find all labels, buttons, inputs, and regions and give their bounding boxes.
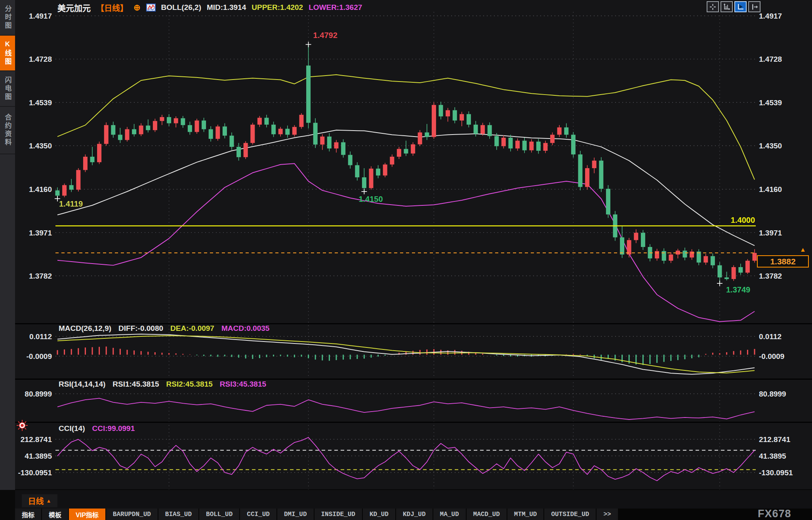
macd-value: MACD:0.0035 [221, 324, 269, 333]
boll-label: BOLL(26,2) [161, 3, 201, 12]
boll-bands [57, 75, 755, 322]
svg-text:-0.0009: -0.0009 [759, 352, 784, 361]
sidebar-tab-0[interactable]: 分时图 [0, 0, 15, 36]
svg-text:0.0112: 0.0112 [759, 332, 782, 341]
cci-title: CCI(14) [59, 424, 85, 433]
bottom-tab-6[interactable]: CCI_UD [240, 509, 276, 520]
mini-chart-icon[interactable] [146, 4, 156, 11]
bottom-tab-13[interactable]: MTM_UD [507, 509, 544, 520]
svg-text:80.8999: 80.8999 [25, 390, 52, 398]
chart-header: 美元加元 【日线】 ⊕ BOLL(26,2) MID:1.3914 UPPER:… [57, 2, 362, 13]
svg-text:212.8741: 212.8741 [759, 435, 791, 444]
add-overlay-icon[interactable]: ⊕ [133, 3, 141, 12]
bottom-tab-8[interactable]: INSIDE_UD [315, 509, 362, 520]
svg-text:1.4917: 1.4917 [759, 12, 782, 20]
bottom-tab-3[interactable]: BARUPDN_UD [106, 509, 158, 520]
price-up-arrow-icon: ▲ [800, 246, 806, 253]
rsi2-value: RSI2:45.3815 [166, 380, 213, 389]
svg-text:0.0112: 0.0112 [29, 332, 52, 341]
svg-text:41.3895: 41.3895 [25, 452, 52, 460]
macd-title: MACD(26,12,9) [59, 324, 111, 333]
svg-text:-130.0951: -130.0951 [759, 469, 793, 477]
period-dropdown-icon: ▲ [46, 498, 51, 504]
svg-text:-0.0009: -0.0009 [27, 352, 52, 361]
svg-text:41.3895: 41.3895 [759, 452, 786, 460]
svg-text:1.3749: 1.3749 [726, 285, 750, 294]
sidebar-tab-2[interactable]: 闪电图 [0, 71, 15, 107]
bottom-tab-4[interactable]: BIAS_UD [158, 509, 198, 520]
bottom-tab-5[interactable]: BOLL_UD [199, 509, 239, 520]
current-price-tag: 1.3882 [757, 255, 809, 268]
bottom-tab-11[interactable]: MA_UD [433, 509, 466, 520]
axis-scale-icon[interactable] [721, 1, 733, 12]
svg-text:1.4160: 1.4160 [29, 185, 52, 194]
boll-mid-value: MID:1.3914 [207, 3, 246, 12]
alert-sun-icon[interactable] [16, 419, 29, 433]
chart-type-sidebar: 分时图K线图闪电图合约资料 [0, 0, 15, 490]
candles [55, 44, 757, 283]
svg-text:1.4350: 1.4350 [759, 142, 782, 150]
bottom-tab-0[interactable]: 指标 [15, 509, 41, 520]
chart-canvas[interactable]: 1.49171.49171.47281.47281.45391.45391.43… [0, 0, 812, 520]
macd-dea-value: DEA:-0.0097 [170, 324, 214, 333]
watermark: FX678 [758, 508, 791, 520]
bottom-tab-14[interactable]: OUTSIDE_UD [544, 509, 596, 520]
macd-header: MACD(26,12,9) DIFF:-0.0080 DEA:-0.0097 M… [59, 324, 269, 333]
boll-lower-value: LOWER:1.3627 [309, 3, 362, 12]
period-tag[interactable]: 【日线】 [96, 2, 128, 13]
current-price-value: 1.3882 [770, 257, 795, 266]
chart-toolbar [707, 1, 761, 12]
macd-diff-value: DIFF:-0.0080 [118, 324, 163, 333]
svg-text:1.4539: 1.4539 [29, 99, 52, 107]
svg-text:1.3782: 1.3782 [759, 272, 782, 280]
svg-text:1.4728: 1.4728 [29, 55, 52, 63]
chart-application: 1.49171.49171.47281.47281.45391.45391.43… [0, 0, 812, 520]
svg-text:1.4000: 1.4000 [731, 216, 755, 224]
boll-upper-value: UPPER:1.4202 [252, 3, 303, 12]
rsi-header: RSI(14,14,14) RSI1:45.3815 RSI2:45.3815 … [59, 380, 266, 389]
date-axis-strip [15, 490, 812, 509]
sidebar-bottom-spacer [0, 490, 15, 520]
svg-text:1.4150: 1.4150 [358, 195, 383, 203]
bottom-tab-15[interactable]: >> [597, 509, 618, 520]
pan-crosshair-icon[interactable] [707, 1, 719, 12]
svg-text:1.4160: 1.4160 [759, 185, 782, 194]
bottom-tab-9[interactable]: KD_UD [363, 509, 395, 520]
svg-text:1.3971: 1.3971 [29, 229, 52, 237]
right-axis-shift-icon[interactable] [748, 1, 761, 12]
period-label: 日线 [28, 495, 44, 507]
rsi3-value: RSI3:45.3815 [220, 380, 266, 389]
svg-text:1.4119: 1.4119 [59, 199, 83, 208]
svg-text:212.8741: 212.8741 [21, 435, 52, 444]
bottom-tab-7[interactable]: DMI_UD [277, 509, 314, 520]
period-selector[interactable]: 日线 ▲ [22, 494, 57, 507]
svg-text:1.4917: 1.4917 [29, 12, 52, 20]
symbol-title: 美元加元 [57, 2, 91, 13]
macd-panel [57, 334, 755, 374]
cci-value: CCI:99.0991 [92, 424, 135, 433]
sidebar-tab-1[interactable]: K线图 [0, 36, 15, 71]
rsi-line [57, 398, 755, 419]
bottom-tab-1[interactable]: 模板 [42, 509, 68, 520]
svg-text:80.8999: 80.8999 [759, 390, 786, 398]
cci-header: CCI(14) CCI:99.0991 [59, 424, 135, 433]
rsi1-value: RSI1:45.3815 [112, 380, 159, 389]
svg-text:1.3971: 1.3971 [759, 229, 782, 237]
svg-text:1.4539: 1.4539 [759, 99, 782, 107]
svg-text:1.4350: 1.4350 [29, 142, 52, 150]
rsi-title: RSI(14,14,14) [59, 380, 105, 389]
bottom-tab-12[interactable]: MACD_UD [467, 509, 507, 520]
svg-text:1.3782: 1.3782 [29, 272, 52, 280]
bottom-tab-2[interactable]: VIP指标 [69, 509, 105, 520]
svg-text:1.4792: 1.4792 [313, 31, 337, 40]
sidebar-tab-3[interactable]: 合约资料 [0, 107, 15, 154]
price-annotations: 1.47921.41191.41501.3749 [55, 31, 750, 294]
svg-text:1.4728: 1.4728 [759, 55, 782, 63]
svg-text:-130.0951: -130.0951 [18, 469, 52, 477]
axis-scale-active-icon[interactable] [734, 1, 747, 12]
cci-line [57, 437, 755, 480]
indicator-tabbar: 指标模板VIP指标BARUPDN_UDBIAS_UDBOLL_UDCCI_UDD… [15, 509, 812, 520]
bottom-tab-10[interactable]: KDJ_UD [396, 509, 433, 520]
